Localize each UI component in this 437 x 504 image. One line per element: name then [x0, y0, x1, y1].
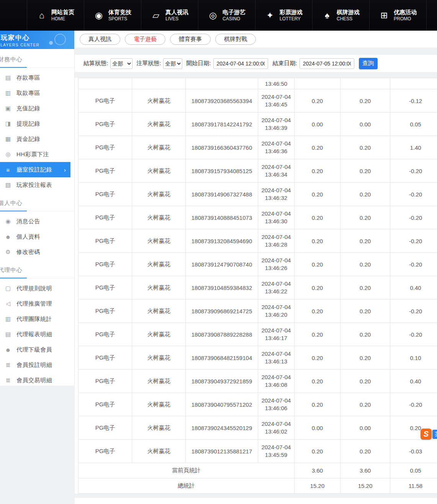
cell-order-number: 1808739104859384832 [186, 276, 258, 299]
topnav-item[interactable]: ◎ 电子游艺 CASINO [198, 0, 255, 31]
cell-datetime: 2024-07-04 13:46:02 [258, 416, 295, 440]
cell-valid-bet: 0.20 [340, 89, 390, 113]
sidebar-item-agent-rules[interactable]: ▢ 代理規則說明 › [0, 281, 74, 296]
cell-game: 火树赢花 [132, 253, 186, 276]
topnav-item-label-en: PROMO [394, 16, 417, 22]
cell-bet-amount: 0.20 [295, 299, 340, 323]
settle-status-select[interactable]: 全部 [110, 58, 133, 69]
topnav-item[interactable]: ◉ 体育竞技 SPORTS [84, 0, 141, 31]
chevron-right-icon: › [64, 167, 66, 173]
table-row: PG电子 火树赢花 1808739049372921859 2024-07-04… [79, 370, 437, 393]
top-nav: ⌂ 网站首页 HOME ◉ 体育竞技 SPORTS ▱ 真人视讯 LIVES ◎… [0, 0, 437, 31]
cell-game: 火树赢花 [132, 136, 186, 159]
total-summary-row: 總統計 15.20 15.20 11.58 [79, 478, 437, 494]
sidebar-item-funds-log[interactable]: ▦ 資金記錄 › [0, 131, 74, 147]
topnav-item[interactable]: ⊞ 优惠活动 PROMO [370, 0, 427, 31]
cell-bet-amount: 0.20 [295, 253, 340, 276]
sidebar-item-label: 廳室投註記錄 [16, 166, 52, 173]
total-summary-profit: 11.58 [390, 478, 437, 494]
tab-3-棋牌對戰[interactable]: 棋牌對戰 [215, 34, 256, 45]
topnav-item[interactable]: ▱ 真人视讯 LIVES [141, 0, 198, 31]
members-icon: ☻ [5, 347, 11, 353]
cell-datetime: 2024-07-04 13:46:13 [258, 346, 295, 370]
cell-game: 火树赢花 [132, 89, 186, 113]
sidebar-item-hh-lottery-bet[interactable]: ◎ HH彩票下注 › [0, 147, 74, 162]
sidebar-item-label: 玩家投注報表 [16, 182, 52, 189]
sidebar-item-label: 提現記錄 [16, 120, 40, 128]
table-row-partial: 13:46:50 [79, 78, 437, 89]
bet-record-icon: ≡ [5, 167, 11, 173]
ime-widget[interactable]: S 英 [421, 429, 437, 440]
search-button[interactable]: 查詢 [359, 58, 378, 69]
sogou-ime-icon[interactable]: S [421, 429, 432, 440]
sidebar-item-withdraw[interactable]: ▥ 取款專區 › [0, 85, 74, 101]
sidebar-item-member-bets[interactable]: ≣ 會員投註明細 › [0, 357, 74, 373]
sidebar-item-player-report[interactable]: ▧ 玩家投注報表 › [0, 177, 74, 193]
sidebar-item-cashout-log[interactable]: ◨ 提現記錄 › [0, 116, 74, 131]
sidebar-item-agent-team-stats[interactable]: ▥ 代理團隊統計 › [0, 311, 74, 327]
cell-order-number: 1808739087889228288 [186, 323, 258, 346]
sidebar-item-member-transactions[interactable]: ≣ 會員交易明細 › [0, 373, 74, 386]
cell-valid-bet: 0.20 [340, 346, 390, 370]
total-summary-valid: 15.20 [340, 478, 390, 494]
cell-profit: -0.20 [390, 206, 437, 229]
players-center-title: 玩家中心 [1, 33, 74, 42]
sidebar-item-recharge-log[interactable]: ▣ 充值記錄 › [0, 101, 74, 116]
cell-bet-amount: 0.20 [295, 393, 340, 416]
ime-language-indicator[interactable]: 英 [432, 430, 437, 439]
table-row: PG电子 火树赢花 1808739012135881217 2024-07-04… [79, 440, 437, 463]
topnav-item-label-zh: 彩票游戏 [280, 8, 303, 16]
cell-valid-bet: 0.20 [340, 370, 390, 393]
sidebar-item-deposit[interactable]: ▤ 存款專區 › [0, 70, 74, 85]
cell-valid-bet: 0.20 [340, 323, 390, 346]
cell-profit: -0.03 [390, 440, 437, 463]
agent-report-icon: ▤ [5, 331, 11, 338]
topnav-item-label-en: CHESS [337, 16, 360, 22]
sidebar-item-room-bet-log[interactable]: ≡ 廳室投註記錄 › [0, 162, 70, 177]
sidebar-item-label: 個人資料 [16, 233, 40, 241]
partial-row-body: 13:46:50 [79, 78, 437, 89]
tab-2-體育賽事[interactable]: 體育賽事 [170, 34, 211, 45]
topnav-item[interactable]: ♠ 棋牌游戏 CHESS [313, 0, 370, 31]
cell-datetime: 2024-07-04 13:46:26 [258, 253, 295, 276]
cell-valid-bet: 0.20 [340, 229, 390, 253]
sidebar-item-label: 充值記錄 [16, 105, 40, 112]
table-row: PG电子 火树赢花 1808739096869214725 2024-07-04… [79, 299, 437, 323]
sidebar-item-agent-promo[interactable]: ◁ 代理推廣管理 › [0, 296, 74, 311]
game-tabs: 真人視訊 電子遊藝 體育賽事 棋牌對戰 [75, 31, 437, 47]
cell-order-number: 1808739157934085125 [186, 159, 258, 183]
cell-platform: PG电子 [79, 136, 132, 159]
cell-platform: PG电子 [79, 299, 132, 323]
sidebar-item-agent-report[interactable]: ▤ 代理報表明細 › [0, 327, 74, 342]
rules-doc-icon: ▢ [5, 285, 11, 292]
filter-bar: 結算狀態: 全部 注單狀態: 全部 開始日期: 結束日期: 查詢 [75, 55, 437, 72]
sidebar-item-agent-subordinates[interactable]: ☻ 代理下級會員 › [0, 342, 74, 357]
topnav-item[interactable]: ✦ 彩票游戏 LOTTERY [255, 0, 313, 31]
cell-platform: PG电子 [79, 113, 132, 136]
topnav-item[interactable]: ⌂ 网站首页 HOME [27, 0, 84, 31]
tab-1-電子遊藝[interactable]: 電子遊藝 [125, 34, 165, 45]
end-date-input[interactable] [300, 58, 354, 69]
cell-profit: 0.05 [390, 113, 437, 136]
sidebar-item-notice[interactable]: ◉ 消息公告 › [0, 214, 74, 229]
cell-game: 火树赢花 [132, 346, 186, 370]
cell-profit: 0.40 [390, 370, 437, 393]
start-date-input[interactable] [213, 58, 268, 69]
topnav-item-label-en: HOME [51, 16, 74, 22]
cell-datetime: 2024-07-04 13:46:20 [258, 299, 295, 323]
tab-0-真人視訊[interactable]: 真人視訊 [80, 34, 120, 45]
sidebar-item-profile[interactable]: ☻ 個人資料 › [0, 229, 74, 244]
bet-records-table: 13:46:50 PG电子 火树赢花 1808739203685563394 2… [78, 78, 437, 494]
order-status-select[interactable]: 全部 [163, 58, 182, 69]
sidebar-item-label: 代理報表明細 [16, 331, 52, 338]
cell-profit: -0.12 [390, 89, 437, 113]
sidebar-item-password[interactable]: ⚙ 修改密碼 › [0, 244, 74, 260]
lives-icon: ▱ [151, 10, 161, 21]
cell-order-number: 1808739166360437760 [186, 136, 258, 159]
cell-datetime: 2024-07-04 13:46:34 [258, 159, 295, 183]
cell-valid-bet: 0.20 [340, 299, 390, 323]
cell-order-number: 1808739132084594690 [186, 229, 258, 253]
cell-game: 火树赢花 [132, 323, 186, 346]
cell-bet-amount: 0.20 [295, 183, 340, 206]
cell-bet-amount: 0.20 [295, 276, 340, 299]
